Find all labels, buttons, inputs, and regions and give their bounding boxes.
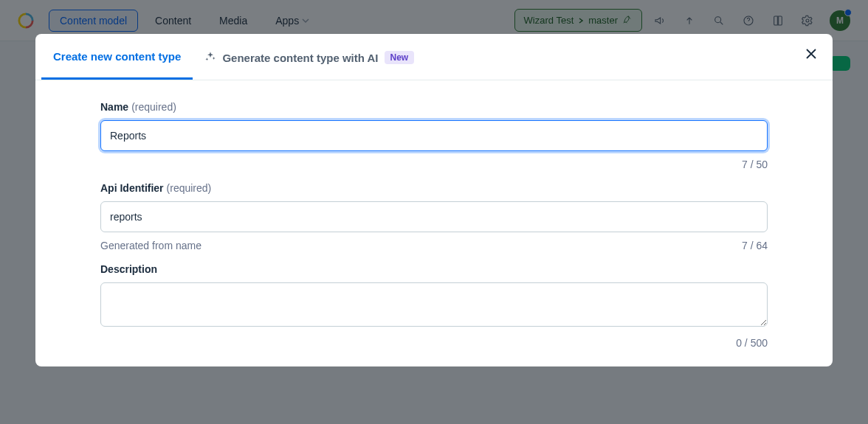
description-input[interactable] [100, 282, 768, 327]
tab-generate-ai[interactable]: Generate content type with AI New [193, 35, 426, 80]
api-counter: 7 / 64 [742, 240, 768, 251]
modal-tabs: Create new content type Generate content… [35, 34, 833, 80]
name-input[interactable] [100, 120, 768, 151]
field-name: Name (required) 7 / 50 [100, 101, 768, 170]
sparkle-icon [204, 51, 216, 65]
tab-generate-label: Generate content type with AI [222, 52, 378, 64]
api-required: (required) [167, 182, 212, 194]
modal-body: Name (required) 7 / 50 Api Identifier (r… [35, 80, 833, 366]
api-identifier-input[interactable] [100, 201, 768, 232]
desc-counter: 0 / 500 [736, 337, 768, 349]
desc-label: Description [100, 263, 157, 275]
field-api-identifier: Api Identifier (required) Generated from… [100, 182, 768, 251]
close-button[interactable] [803, 47, 819, 63]
field-description: Description 0 / 500 [100, 263, 768, 349]
create-content-type-modal: Create new content type Generate content… [35, 34, 833, 366]
name-counter: 7 / 50 [742, 159, 768, 170]
new-badge: New [385, 51, 415, 64]
api-hint: Generated from name [100, 240, 202, 251]
tab-create[interactable]: Create new content type [41, 34, 193, 80]
tab-create-label: Create new content type [53, 50, 181, 63]
api-label: Api Identifier [100, 182, 164, 194]
modal-overlay: Create new content type Generate content… [0, 0, 868, 424]
name-required: (required) [131, 101, 176, 113]
name-label: Name [100, 101, 128, 113]
close-icon [805, 48, 817, 63]
